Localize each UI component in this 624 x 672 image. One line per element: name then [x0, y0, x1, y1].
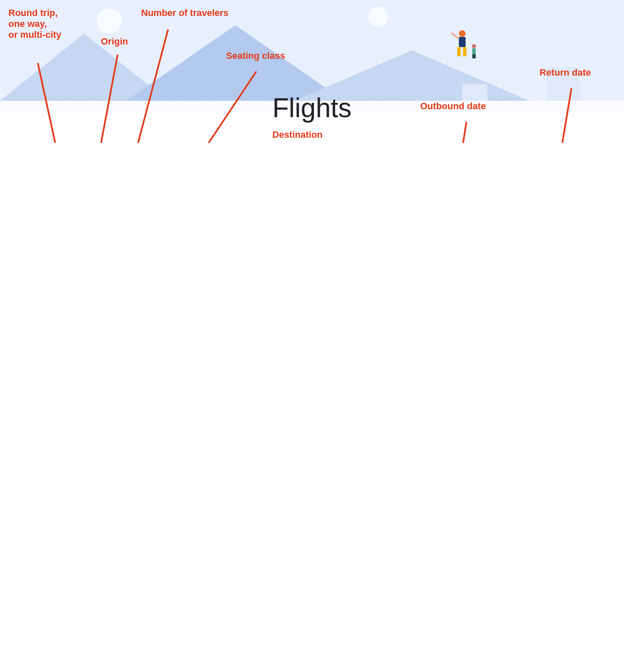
svg-rect-8 [457, 47, 461, 56]
svg-point-6 [459, 30, 466, 37]
svg-rect-7 [459, 37, 466, 47]
svg-point-16 [368, 7, 388, 27]
svg-marker-4 [462, 84, 487, 101]
svg-rect-13 [472, 54, 474, 58]
annotation-return: Return date [540, 67, 591, 78]
annotation-outbound: Outbound date [420, 101, 486, 112]
annotation-trip-type: Round trip, one way, or multi-city [8, 8, 61, 40]
svg-point-15 [97, 8, 122, 34]
annotation-destination: Destination [272, 129, 323, 140]
page-title: Flights [272, 92, 352, 123]
annotation-seating: Seating class [226, 50, 285, 61]
svg-rect-12 [472, 48, 476, 54]
annotation-travelers: Number of travelers [141, 8, 229, 18]
svg-rect-9 [463, 47, 466, 56]
annotation-origin: Origin [101, 36, 128, 47]
svg-rect-14 [474, 54, 476, 58]
hero-banner: Flights [0, 0, 624, 143]
svg-point-11 [472, 44, 476, 48]
hero-illustration [0, 0, 624, 101]
